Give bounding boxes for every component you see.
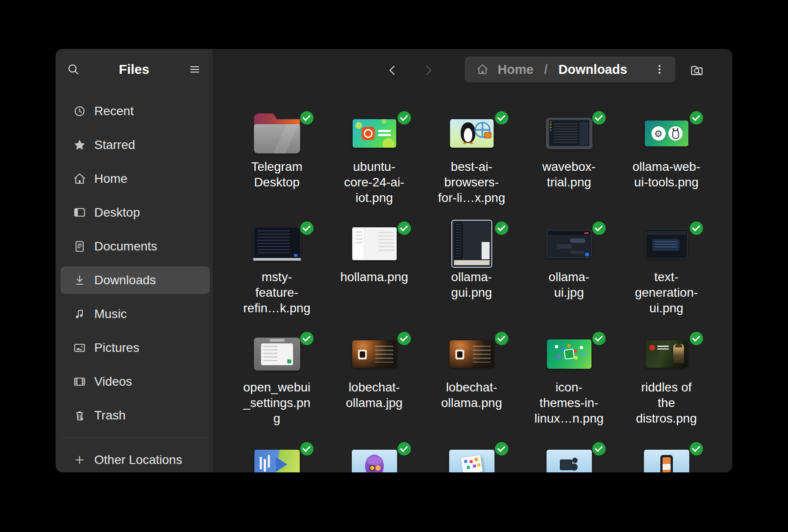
file-thumbnail-area <box>531 109 607 158</box>
file-item[interactable] <box>326 440 423 472</box>
file-name: TelegramDesktop <box>251 159 302 190</box>
file-item-ubuntu-core-24-ai-iot-png[interactable]: ubuntu-core-24-ai-iot.png <box>326 109 423 219</box>
sidebar-item-label: Videos <box>94 375 132 389</box>
file-item-ollama-web-ui-tools-png[interactable]: ollama-web-ui-tools.png <box>618 109 715 219</box>
breadcrumb-home[interactable]: Home <box>498 62 534 77</box>
sidebar-item-downloads[interactable]: Downloads <box>60 266 210 294</box>
file-item-riddles-of-the-distros-png[interactable]: riddles ofthedistros.png <box>618 330 715 440</box>
breadcrumb-separator: / <box>544 62 548 77</box>
chevron-right-icon <box>422 64 435 77</box>
file-name: riddles ofthedistros.png <box>636 379 697 426</box>
forward-button[interactable] <box>418 60 439 81</box>
search-folder-button[interactable] <box>686 60 708 81</box>
file-item-telegram-desktop[interactable]: TelegramDesktop <box>228 109 326 219</box>
files-window: Files RecentStarredHomeDesktopDocumentsD… <box>56 49 732 472</box>
sidebar: Files RecentStarredHomeDesktopDocumentsD… <box>56 49 213 472</box>
file-name: icon-themes-in-linux…n.png <box>535 379 604 426</box>
check-badge-icon <box>592 222 606 235</box>
path-bar: Home / Downloads <box>465 56 675 82</box>
path-menu-button[interactable] <box>649 59 670 80</box>
sidebar-item-videos[interactable]: Videos <box>60 368 210 395</box>
sidebar-item-music[interactable]: Music <box>60 300 210 328</box>
app-title: Files <box>84 62 184 77</box>
distro-riddles-art-thumbnail <box>646 340 687 368</box>
check-badge-icon <box>495 111 508 125</box>
file-item[interactable] <box>520 440 618 472</box>
file-thumbnail-area <box>337 219 412 268</box>
check-badge-icon <box>690 222 703 235</box>
sidebar-item-home[interactable]: Home <box>60 165 210 193</box>
dark-chat-screenshot-thumbnail <box>547 230 592 258</box>
file-item-msty-feature-refin-k-png[interactable]: msty-feature-refin…k.png <box>228 219 326 330</box>
file-item-best-ai-browsers-for-li-x-png[interactable]: best-ai-browsers-for-li…x.png <box>423 109 520 219</box>
dark-app-screenshot-thumbnail <box>253 227 301 261</box>
file-thumbnail-area <box>434 330 510 379</box>
lobechat-orange-dark-art-thumbnail <box>450 340 494 368</box>
sky-robot-art-thumbnail <box>547 450 592 472</box>
breadcrumb-current[interactable]: Downloads <box>559 62 627 77</box>
sidebar-item-recent[interactable]: Recent <box>60 97 210 125</box>
file-name: wavebox-trial.png <box>543 159 596 190</box>
check-badge-icon <box>690 111 703 125</box>
search-icon <box>67 63 80 76</box>
sidebar-item-label: Pictures <box>94 341 139 355</box>
folder-thumbnail <box>254 113 300 153</box>
check-badge-icon <box>398 111 411 125</box>
folder-search-icon <box>690 63 704 77</box>
check-badge-icon <box>592 442 606 455</box>
browser-screenshot-dark-thumbnail <box>546 118 592 149</box>
sky-collage-art-thumbnail <box>449 450 495 472</box>
file-item[interactable] <box>618 440 715 472</box>
green-icons-banner-thumbnail <box>547 339 591 369</box>
sidebar-item-desktop[interactable]: Desktop <box>60 199 210 226</box>
file-item-icon-themes-in-linux-n-png[interactable]: icon-themes-in-linux…n.png <box>520 330 618 440</box>
sidebar-item-label: Home <box>94 172 128 186</box>
desktop-background: Files RecentStarredHomeDesktopDocumentsD… <box>0 0 788 532</box>
file-item[interactable] <box>423 440 520 472</box>
file-item-lobechat-ollama-jpg[interactable]: lobechat-ollama.jpg <box>326 330 423 440</box>
file-thumbnail-area <box>239 219 315 268</box>
file-name: hollama.png <box>340 269 408 285</box>
back-button[interactable] <box>382 60 403 81</box>
search-button[interactable] <box>63 59 84 80</box>
sky-video-editor-art-thumbnail <box>254 450 300 472</box>
file-item-wavebox-trial-png[interactable]: wavebox-trial.png <box>520 109 618 219</box>
file-name: ollama-gui.png <box>451 269 492 300</box>
check-badge-icon <box>495 442 508 455</box>
sky-phone-art-thumbnail <box>644 450 689 472</box>
sidebar-item-label: Starred <box>94 138 135 152</box>
file-thumbnail-area <box>531 440 607 472</box>
documents-icon <box>73 240 86 253</box>
main-menu-button[interactable] <box>184 59 205 80</box>
file-item-open-webui-settings-png[interactable]: open_webui_settings.png <box>228 330 326 440</box>
file-item-hollama-png[interactable]: hollama.png <box>326 219 423 330</box>
sidebar-item-other-locations[interactable]: Other Locations <box>60 446 210 472</box>
recent-icon <box>73 105 86 118</box>
sidebar-item-label: Downloads <box>94 273 156 287</box>
trash-icon <box>73 409 86 422</box>
file-item[interactable] <box>228 440 326 472</box>
file-thumbnail-area <box>629 109 704 158</box>
file-thumbnail-area <box>239 330 315 379</box>
sidebar-item-trash[interactable]: Trash <box>60 402 210 429</box>
star-icon <box>73 138 86 152</box>
sidebar-item-documents[interactable]: Documents <box>60 233 210 260</box>
file-item-ollama-gui-png[interactable]: ollama-gui.png <box>423 219 520 330</box>
sidebar-item-pictures[interactable]: Pictures <box>60 334 210 362</box>
sidebar-item-label: Recent <box>94 104 134 118</box>
check-badge-icon <box>300 332 314 345</box>
pictures-icon <box>73 341 86 355</box>
check-badge-icon <box>495 332 508 345</box>
file-item-text-generation-ui-png[interactable]: text-generation-ui.png <box>618 219 715 330</box>
file-name: msty-feature-refin…k.png <box>243 269 310 316</box>
sidebar-item-starred[interactable]: Starred <box>60 131 210 159</box>
check-badge-icon <box>495 222 508 235</box>
file-item-ollama-ui-jpg[interactable]: ollama-ui.jpg <box>520 219 618 330</box>
videos-icon <box>73 375 86 388</box>
file-item-lobechat-ollama-png[interactable]: lobechat-ollama.png <box>423 330 520 440</box>
sidebar-separator <box>62 437 206 438</box>
file-name: ubuntu-core-24-ai-iot.png <box>344 159 404 206</box>
file-thumbnail-area <box>239 109 315 158</box>
check-badge-icon <box>592 332 606 345</box>
portrait-app-screenshot-thumbnail <box>451 220 492 268</box>
